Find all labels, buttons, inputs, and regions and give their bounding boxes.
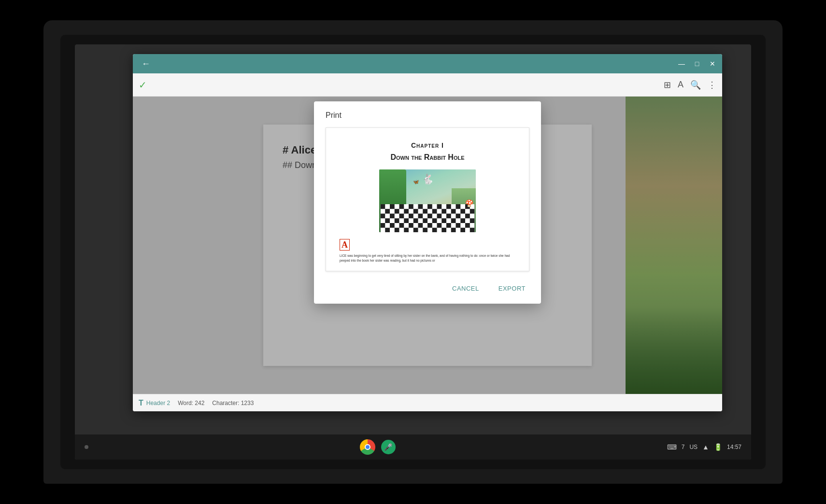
word-count: Word: 242 — [178, 400, 204, 406]
region-number: 7 — [682, 444, 685, 450]
taskbar-right: ⌨ 7 US ▲ 🔋 14:57 — [667, 443, 741, 451]
laptop-body: ← — □ ✕ ✓ ⊞ A 🔍 — [43, 20, 783, 484]
battery-icon: 🔋 — [714, 443, 722, 451]
dialog-overlay: Print Chapter I Down the Rabbit Hole — [133, 97, 722, 394]
taskbar-dot — [85, 445, 88, 449]
font-icon[interactable]: A — [678, 80, 684, 90]
export-button[interactable]: EXPORT — [491, 281, 533, 296]
title-bar: ← — □ ✕ — [133, 54, 722, 73]
table-icon[interactable]: ⊞ — [664, 80, 671, 90]
format-indicator: T Header 2 — [139, 399, 170, 407]
wifi-icon: ▲ — [702, 443, 709, 451]
dialog-content: Chapter I Down the Rabbit Hole — [314, 124, 541, 275]
cancel-button[interactable]: CANCEL — [444, 281, 487, 296]
chrome-icon[interactable] — [360, 439, 375, 455]
minimize-button[interactable]: — — [677, 59, 686, 69]
clock: 14:57 — [727, 444, 741, 450]
preview-illustration: 🐇 🍄 🦋 — [379, 169, 476, 232]
region-label: US — [689, 444, 698, 450]
keyboard-icon[interactable]: ⌨ — [667, 443, 677, 451]
char-count: Character: 1233 — [212, 400, 254, 406]
check-icon[interactable]: ✓ — [139, 79, 147, 91]
mic-symbol: 🎤 — [384, 443, 392, 451]
maximize-button[interactable]: □ — [692, 59, 702, 69]
window-controls: — □ ✕ — [677, 59, 717, 69]
preview-body-text: LICE was beginning to get very tired of … — [340, 253, 515, 263]
status-bar: T Header 2 Word: 242 Character: 1233 — [133, 394, 722, 411]
title-bar-left: ← — [138, 57, 154, 71]
content-area: # Alice ## Down Print — [133, 97, 722, 394]
taskbar-center: 🎤 — [360, 439, 396, 455]
toolbar: ✓ ⊞ A 🔍 ⋮ — [133, 73, 722, 97]
dialog-header: Print — [314, 101, 541, 124]
format-type-label: Header 2 — [146, 400, 170, 406]
chrome-inner — [365, 444, 370, 450]
toolbar-icons: ⊞ A 🔍 ⋮ — [664, 80, 716, 90]
mic-icon[interactable]: 🎤 — [381, 440, 396, 454]
screen: ← — □ ✕ ✓ ⊞ A 🔍 — [75, 44, 751, 460]
print-dialog: Print Chapter I Down the Rabbit Hole — [314, 101, 541, 304]
rabbit-figure: 🐇 — [422, 173, 434, 185]
drop-cap: A — [340, 239, 350, 251]
dialog-actions: CANCEL EXPORT — [314, 275, 541, 304]
search-icon[interactable]: 🔍 — [690, 80, 701, 90]
preview-text-block: A LICE was beginning to get very tired o… — [340, 239, 515, 263]
close-button[interactable]: ✕ — [708, 59, 717, 69]
screen-bezel: ← — □ ✕ ✓ ⊞ A 🔍 — [60, 35, 766, 469]
preview-page: Chapter I Down the Rabbit Hole — [326, 127, 529, 271]
more-icon[interactable]: ⋮ — [708, 80, 716, 90]
illus-background: 🐇 🍄 🦋 — [379, 169, 476, 232]
dialog-title: Print — [326, 111, 342, 119]
taskbar-left — [85, 445, 88, 449]
checkerboard-svg — [379, 204, 476, 233]
preview-subtitle: Down the Rabbit Hole — [340, 153, 515, 162]
back-button[interactable]: ← — [138, 57, 154, 71]
format-type-icon: T — [139, 399, 143, 407]
app-window: ← — □ ✕ ✓ ⊞ A 🔍 — [133, 54, 722, 411]
preview-chapter: Chapter I — [340, 141, 515, 149]
taskbar: 🎤 ⌨ 7 US ▲ 🔋 14:57 — [75, 434, 751, 460]
svg-rect-4 — [381, 204, 475, 233]
